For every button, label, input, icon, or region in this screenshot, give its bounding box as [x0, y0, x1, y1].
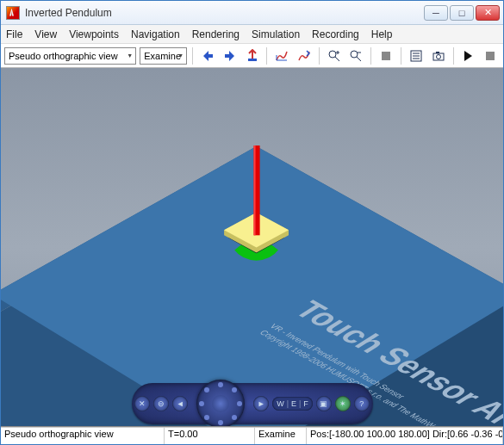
close-button[interactable]: ✕: [476, 5, 500, 21]
nav-f: F: [303, 399, 308, 408]
block-params-button[interactable]: [407, 46, 426, 65]
home-button[interactable]: [243, 46, 262, 65]
titlebar: Inverted Pendulum ─ □ ✕: [1, 1, 503, 25]
nav-mode-pill[interactable]: W | E | F: [272, 397, 313, 411]
statusbar: Pseudo orthographic view T=0.00 Examine …: [1, 427, 503, 444]
maximize-button[interactable]: □: [450, 5, 474, 21]
navmode-dropdown[interactable]: Examine: [140, 47, 187, 65]
nav-help-icon[interactable]: ?: [354, 396, 370, 411]
nav-rec-icon[interactable]: ▣: [316, 396, 332, 411]
svg-rect-7: [436, 52, 439, 53]
nav-left-icon[interactable]: ◄: [172, 396, 188, 411]
toolbar-sep: [319, 47, 320, 65]
viewpoint-goto-button[interactable]: [295, 46, 314, 65]
nav-wheel[interactable]: [196, 380, 245, 427]
minimize-button[interactable]: ─: [424, 5, 448, 21]
toolbar-sep: [453, 47, 454, 65]
snapshot-button[interactable]: [429, 46, 448, 65]
nav-collapse-icon[interactable]: ⊖: [153, 396, 169, 411]
window-title: Inverted Pendulum: [25, 7, 424, 19]
toolbar-sep: [266, 47, 267, 65]
menubar: File View Viewpoints Navigation Renderin…: [1, 25, 503, 44]
menu-navigation[interactable]: Navigation: [131, 28, 180, 40]
nav-play-icon[interactable]: ✶: [335, 396, 351, 411]
viewpoint-dropdown[interactable]: Pseudo orthographic view: [4, 47, 136, 65]
menu-help[interactable]: Help: [371, 28, 393, 40]
scene-3d: Touch Sensor Area VR - Inverted Pendulum…: [1, 68, 503, 427]
menu-viewpoints[interactable]: Viewpoints: [69, 28, 119, 40]
app-window: Inverted Pendulum ─ □ ✕ File View Viewpo…: [0, 0, 504, 445]
nav-panel: ✕ ⊖ ◄ ► W | E | F ▣ ✶ ?: [132, 383, 373, 424]
svg-rect-0: [248, 59, 257, 61]
svg-rect-17: [254, 145, 256, 235]
menu-recording[interactable]: Recording: [312, 28, 359, 40]
toolbar-sep: [401, 47, 401, 65]
toolbar: Pseudo orthographic view Examine: [1, 44, 503, 68]
nav-close-icon[interactable]: ✕: [134, 396, 150, 411]
status-view: Pseudo orthographic view: [1, 428, 165, 444]
svg-rect-8: [486, 52, 495, 60]
zoom-in-button[interactable]: [325, 46, 344, 65]
toolbar-sep: [192, 47, 193, 65]
record-button[interactable]: [376, 46, 395, 65]
prev-viewpoint-button[interactable]: [198, 46, 217, 65]
status-mode: Examine: [255, 428, 307, 444]
nav-right-icon[interactable]: ►: [253, 396, 269, 411]
svg-rect-3: [382, 52, 390, 60]
status-pos: Pos:[-180.00 100.00 180.00] Dir:[0.66 -0…: [307, 428, 503, 444]
play-button[interactable]: [459, 46, 478, 65]
status-time: T=0.00: [165, 428, 255, 444]
nav-e: E: [291, 399, 296, 408]
menu-view[interactable]: View: [34, 28, 57, 40]
svg-point-2: [351, 51, 358, 58]
next-viewpoint-button[interactable]: [221, 46, 240, 65]
menu-rendering[interactable]: Rendering: [192, 28, 240, 40]
viewport[interactable]: Touch Sensor Area VR - Inverted Pendulum…: [1, 68, 503, 427]
app-icon: [6, 6, 20, 20]
nav-w: W: [277, 399, 284, 408]
svg-point-1: [329, 51, 336, 58]
window-buttons: ─ □ ✕: [424, 5, 500, 21]
menu-file[interactable]: File: [6, 28, 22, 40]
zoom-out-button[interactable]: [347, 46, 366, 65]
stop-button[interactable]: [481, 46, 500, 65]
menu-simulation[interactable]: Simulation: [252, 28, 300, 40]
viewpoint-create-button[interactable]: [272, 46, 291, 65]
toolbar-sep: [370, 47, 371, 65]
